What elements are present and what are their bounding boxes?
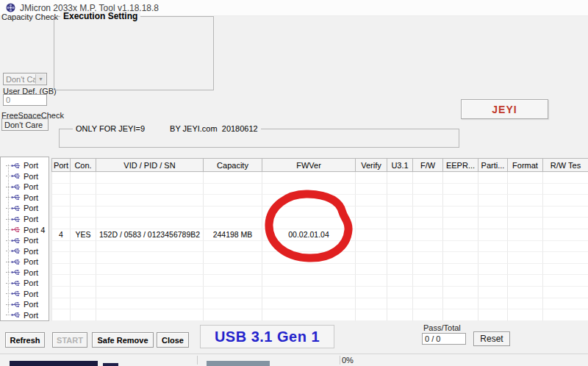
chevron-down-icon[interactable]: ▼ <box>35 74 46 84</box>
table-cell: YES <box>71 229 96 241</box>
table-row[interactable] <box>52 309 588 321</box>
column-header[interactable]: Con. <box>71 159 96 172</box>
table-cell <box>443 184 478 195</box>
column-header[interactable]: U3.1 <box>387 159 413 172</box>
tree-connector <box>6 240 10 241</box>
table-cell <box>478 287 508 298</box>
refresh-button[interactable]: Refresh <box>5 332 45 348</box>
pass-total-field[interactable]: 0 / 0 <box>422 333 466 345</box>
table-row[interactable] <box>52 172 588 184</box>
tree-item-port[interactable]: Port <box>1 256 49 268</box>
tree-item-port[interactable]: Port <box>1 203 49 214</box>
tree-item-label: Port <box>24 279 38 287</box>
column-header[interactable]: R/W Tes <box>543 159 588 172</box>
usb-icon <box>11 290 21 297</box>
table-cell <box>508 184 543 195</box>
table-cell <box>96 309 204 321</box>
freespace-check-field[interactable]: Don't Care <box>1 118 49 131</box>
tree-connector <box>6 187 10 187</box>
safe-remove-button[interactable]: Safe Remove <box>92 332 154 348</box>
tree-item-port[interactable]: Port <box>1 289 49 300</box>
table-cell <box>262 207 356 218</box>
tree-item-label: Port <box>24 257 38 266</box>
table-cell <box>262 287 356 298</box>
tree-connector <box>6 304 10 305</box>
table-cell <box>443 309 478 321</box>
status-bar-divider <box>197 356 198 365</box>
table-row[interactable] <box>52 241 588 253</box>
usb-icon <box>11 162 21 169</box>
table-cell <box>543 309 588 321</box>
table-cell <box>543 218 588 229</box>
column-header[interactable]: EEPR... <box>443 159 478 172</box>
refresh-button-label: Refresh <box>10 336 40 345</box>
pass-total-label: Pass/Total <box>423 323 461 332</box>
table-row[interactable] <box>52 184 588 195</box>
column-header[interactable]: Format <box>508 159 543 172</box>
usb-icon <box>11 184 21 190</box>
column-header[interactable]: Capacity <box>204 159 262 172</box>
port-tree: PortPortPortPortPortPortPort 4PortPortPo… <box>0 157 49 321</box>
table-cell <box>356 218 387 229</box>
table-row[interactable] <box>52 252 588 264</box>
tree-item-port[interactable]: Port <box>1 160 49 171</box>
table-row[interactable] <box>52 287 588 298</box>
table-cell: 00.02.01.04 <box>262 229 356 241</box>
table-cell <box>543 172 588 184</box>
tree-item-port[interactable]: Port <box>1 278 49 289</box>
table-cell <box>52 172 71 184</box>
background-window-fragment <box>207 361 270 366</box>
column-header[interactable]: Verify <box>356 159 387 172</box>
usb-icon <box>11 205 21 212</box>
tree-connector <box>6 219 10 220</box>
app-icon <box>6 3 15 12</box>
jeyi-button[interactable]: JEYI <box>461 99 548 119</box>
tree-item-port[interactable]: Port <box>1 299 49 310</box>
column-header[interactable]: Parti... <box>478 159 508 172</box>
capacity-check-dropdown[interactable]: Don't Care ▼ <box>3 73 47 85</box>
table-cell <box>52 287 71 298</box>
column-header[interactable]: VID / PID / SN <box>96 159 204 172</box>
tree-item-port[interactable]: Port <box>1 193 49 204</box>
table-cell <box>356 264 387 276</box>
column-header[interactable]: F/W <box>413 159 443 172</box>
tree-item-port[interactable]: Port <box>1 235 49 246</box>
table-cell <box>508 218 543 229</box>
close-button[interactable]: Close <box>157 332 189 348</box>
table-row[interactable] <box>52 218 588 229</box>
tree-item-port-active[interactable]: Port 4 <box>1 224 49 235</box>
table-cell <box>478 275 508 287</box>
table-row[interactable]: 4YES152D / 0583 / 0123456789B2244198 MB0… <box>52 229 588 241</box>
table-row[interactable] <box>52 207 588 218</box>
table-row[interactable] <box>52 275 588 287</box>
tree-item-port[interactable]: Port <box>1 310 49 321</box>
jeyi-button-label: JEYI <box>492 104 517 115</box>
table-cell <box>508 195 543 207</box>
table-cell <box>543 207 588 218</box>
table-cell <box>387 207 413 218</box>
start-button[interactable]: START <box>52 332 87 348</box>
column-header[interactable]: FWVer <box>262 159 356 172</box>
table-cell <box>356 252 387 264</box>
table-cell <box>356 275 387 287</box>
reset-button[interactable]: Reset <box>473 331 510 346</box>
tree-item-port[interactable]: Port <box>1 267 49 278</box>
tree-item-port[interactable]: Port <box>1 245 49 256</box>
tree-item-port[interactable]: Port <box>1 182 49 193</box>
table-cell <box>508 207 543 218</box>
table-row[interactable] <box>52 298 588 310</box>
table-row[interactable] <box>52 195 588 207</box>
table-cell <box>478 184 508 195</box>
tree-item-port[interactable]: Port <box>1 214 49 225</box>
table-cell <box>204 241 262 253</box>
user-def-input[interactable]: 0 <box>3 94 47 106</box>
column-header[interactable]: Port <box>52 159 71 172</box>
table-cell <box>71 298 96 310</box>
table-cell <box>96 241 204 253</box>
table-cell <box>387 275 413 287</box>
tree-connector <box>6 165 10 166</box>
table-row[interactable] <box>52 264 588 276</box>
tree-item-port[interactable]: Port <box>1 171 49 182</box>
tree-connector <box>6 293 10 294</box>
table-cell <box>443 207 478 218</box>
